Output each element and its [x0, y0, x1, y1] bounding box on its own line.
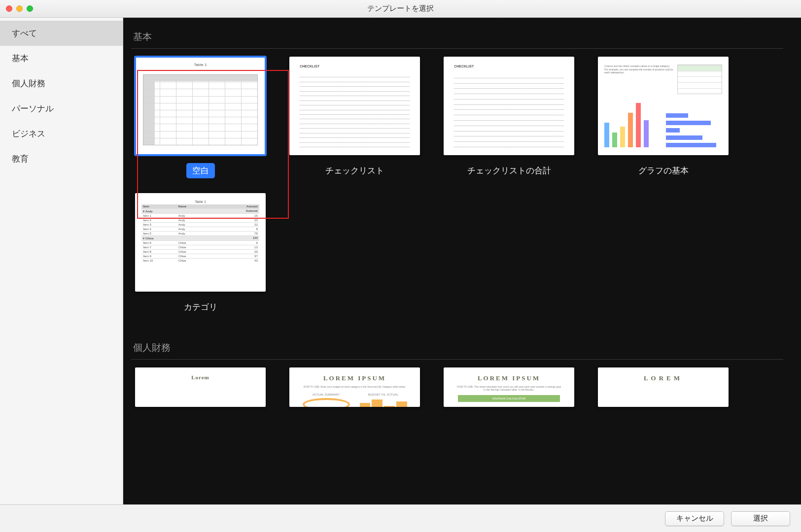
template-categories[interactable]: Table 1 ItemNameAmount ▾ AndySubtotal It… [135, 193, 266, 315]
template-finance-1[interactable]: Lorem [135, 367, 266, 407]
close-icon[interactable] [6, 5, 12, 12]
sidebar-item-finance[interactable]: 個人財務 [0, 71, 123, 96]
template-grid-basic: Table 1 空白 CHECKLIST チェックリスト [131, 57, 783, 315]
template-thumb: LOREM IPSUM HOW TO USE: This sheet calcu… [444, 367, 574, 407]
thumb-title: Lorem [191, 374, 209, 380]
sidebar-item-personal[interactable]: パーソナル [0, 96, 123, 121]
template-label: 空白 [186, 163, 215, 178]
template-charting-basics[interactable]: Column and bar charts compare values in … [598, 57, 729, 178]
window-titlebar: テンプレートを選択 [0, 0, 801, 18]
template-blank[interactable]: Table 1 空白 [135, 57, 266, 178]
column-chart-icon [604, 98, 661, 147]
template-label: カテゴリ [178, 299, 223, 315]
template-label: グラフの基本 [632, 163, 695, 178]
main-split: すべて 基本 個人財務 パーソナル ビジネス 教育 基本 Table 1 空白 [0, 18, 801, 504]
window-controls [6, 5, 33, 12]
sidebar-item-label: 教育 [12, 154, 29, 164]
template-checklist-totals[interactable]: CHECKLIST チェックリストの合計 [444, 57, 574, 178]
bar-chart-icon [666, 113, 722, 147]
thumb-title: CHECKLIST [454, 65, 474, 68]
sidebar-item-label: 基本 [12, 54, 29, 63]
sidebar-item-label: すべて [12, 29, 37, 38]
sidebar-item-business[interactable]: ビジネス [0, 121, 123, 146]
template-finance-4[interactable]: LOREM [598, 367, 729, 407]
template-thumb: Lorem [135, 367, 266, 407]
section-header-basic: 基本 [131, 27, 783, 49]
template-label: チェックリスト [319, 163, 390, 178]
template-checklist[interactable]: CHECKLIST チェックリスト [289, 57, 420, 178]
sidebar-item-all[interactable]: すべて [0, 21, 123, 46]
cancel-button[interactable]: キャンセル [665, 511, 724, 526]
thumb-title: Table 1 [135, 63, 266, 67]
template-thumb: Table 1 [135, 57, 266, 155]
thumb-title: CHECKLIST [300, 65, 319, 68]
template-finance-3[interactable]: LOREM IPSUM HOW TO USE: This sheet calcu… [444, 367, 574, 407]
window-title: テンプレートを選択 [0, 4, 801, 13]
button-label: 選択 [753, 514, 768, 522]
dialog-footer: キャンセル 選択 [0, 504, 801, 532]
thumb-title: LOREM IPSUM [478, 374, 540, 382]
template-thumb: LOREM [598, 367, 729, 407]
minimize-icon[interactable] [16, 5, 23, 12]
template-finance-2[interactable]: LOREM IPSUM HOW TO USE: Enter your budge… [289, 367, 420, 407]
checklist-lines-icon [300, 74, 410, 147]
zoom-icon[interactable] [27, 5, 33, 12]
template-thumb: Table 1 ItemNameAmount ▾ AndySubtotal It… [135, 193, 266, 292]
template-gallery[interactable]: 基本 Table 1 空白 CHECKLIST [123, 18, 801, 504]
template-thumb: CHECKLIST [289, 57, 420, 155]
checklist-lines-icon [454, 74, 564, 147]
sidebar-item-label: パーソナル [12, 104, 54, 113]
sidebar-item-basic[interactable]: 基本 [0, 46, 123, 71]
sidebar-item-label: ビジネス [12, 129, 45, 138]
sidebar-item-label: 個人財務 [12, 79, 45, 88]
template-thumb: Column and bar charts compare values in … [598, 57, 729, 155]
sidebar: すべて 基本 個人財務 パーソナル ビジネス 教育 [0, 18, 123, 504]
charts-preview-icon: Column and bar charts compare values in … [604, 65, 722, 147]
section-header-finance: 個人財務 [131, 337, 783, 360]
button-label: キャンセル [676, 514, 713, 522]
thumb-title: Table 1 [141, 199, 259, 204]
sidebar-item-education[interactable]: 教育 [0, 146, 123, 171]
choose-button[interactable]: 選択 [731, 511, 790, 526]
template-thumb: CHECKLIST [444, 57, 574, 155]
template-thumb: LOREM IPSUM HOW TO USE: Enter your budge… [289, 367, 420, 407]
blank-table-icon [143, 74, 258, 145]
template-grid-finance: Lorem LOREM IPSUM HOW TO USE: Enter your… [131, 367, 783, 407]
categories-table-icon: Table 1 ItemNameAmount ▾ AndySubtotal It… [141, 199, 259, 286]
thumb-title: LOREM IPSUM [323, 374, 386, 382]
template-label: チェックリストの合計 [461, 163, 557, 178]
thumb-title: LOREM [644, 374, 683, 382]
